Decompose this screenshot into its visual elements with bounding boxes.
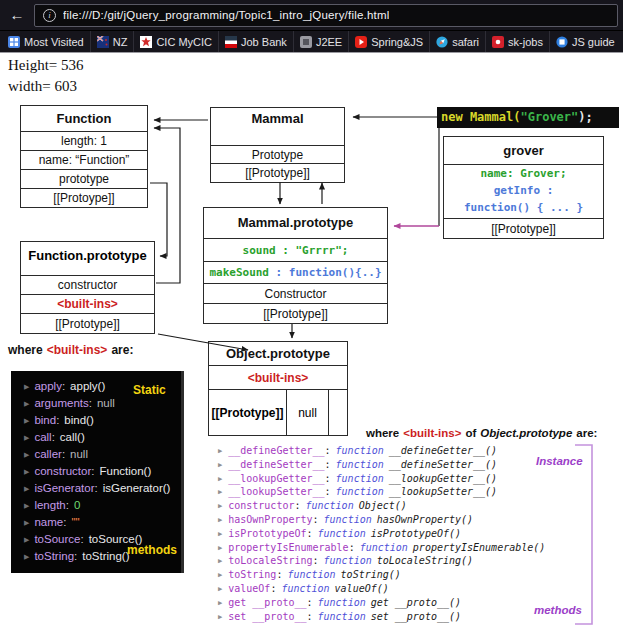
mammal-prototype-title: Mammal.prototype bbox=[204, 208, 387, 238]
url-text: file:///D:/git/jQuery_programming/Topic1… bbox=[63, 9, 389, 21]
expand-arrow-icon[interactable]: ▶ bbox=[24, 451, 29, 458]
static-item: ▶length:0 bbox=[24, 497, 181, 514]
bookmark-label: Job Bank bbox=[241, 36, 287, 48]
js-guide-icon bbox=[556, 36, 568, 48]
function-prototype-title-text: Function.prototype bbox=[20, 248, 155, 263]
width-label: width= 603 bbox=[8, 78, 77, 95]
bookmark-label: NZ bbox=[113, 36, 128, 48]
oproto-bottom-row: [[Prototype]] null bbox=[209, 389, 347, 435]
expand-arrow-icon[interactable]: ▶ bbox=[218, 571, 222, 579]
builtins-tag: <built-ins> bbox=[47, 343, 108, 357]
expand-arrow-icon[interactable]: ▶ bbox=[24, 553, 29, 560]
expand-arrow-icon[interactable]: ▶ bbox=[218, 613, 222, 621]
function-prototype-row: prototype bbox=[21, 169, 147, 188]
compass-icon bbox=[436, 36, 448, 48]
static-label: Static bbox=[133, 383, 166, 397]
mammal-prototype-box: Mammal.prototype sound : "Grrrr"; makeSo… bbox=[203, 207, 388, 324]
back-button[interactable]: ← bbox=[5, 3, 29, 27]
instance-methods-label: methods bbox=[534, 604, 582, 616]
where-word: where bbox=[8, 343, 43, 357]
static-item: ▶caller:null bbox=[24, 446, 181, 463]
bookmark-label: Spring&JS bbox=[371, 36, 423, 48]
site-info-icon[interactable]: i bbox=[43, 9, 56, 22]
fproto-builtins-row: <built-ins> bbox=[21, 294, 154, 313]
oproto-null-cell: null bbox=[287, 390, 329, 435]
code-end: ); bbox=[578, 110, 592, 124]
expand-arrow-icon[interactable]: ▶ bbox=[218, 516, 222, 524]
bookmark-label: Most Visited bbox=[24, 36, 84, 48]
where-builtins-line: where<built-ins>are: bbox=[8, 343, 133, 357]
bookmark-spring-js[interactable]: Spring&JS bbox=[349, 31, 430, 52]
static-item: ▶isGenerator:isGenerator() bbox=[24, 480, 181, 497]
expand-arrow-icon[interactable]: ▶ bbox=[24, 536, 29, 543]
j2ee-icon bbox=[300, 36, 312, 48]
instance-group-bracket bbox=[575, 445, 592, 624]
expand-arrow-icon[interactable]: ▶ bbox=[24, 434, 29, 441]
instance-item: ▶valueOf:functionvalueOf() bbox=[218, 582, 545, 596]
static-item: ▶bind:bind() bbox=[24, 412, 181, 429]
bookmark-job-bank[interactable]: Job Bank bbox=[219, 31, 294, 52]
instance-item: ▶isPrototypeOf:functionisPrototypeOf() bbox=[218, 527, 545, 541]
bookmark-label: JS guide bbox=[572, 36, 615, 48]
job-bank-icon bbox=[225, 36, 237, 48]
bookmark-safari[interactable]: safari bbox=[430, 31, 486, 52]
expand-arrow-icon[interactable]: ▶ bbox=[24, 400, 29, 407]
expand-arrow-icon[interactable]: ▶ bbox=[24, 468, 29, 475]
constructor-row: Constructor bbox=[204, 283, 387, 303]
browser-window: ← i file:///D:/git/jQuery_programming/To… bbox=[0, 0, 623, 635]
expand-arrow-icon[interactable]: ▶ bbox=[24, 383, 29, 390]
sk-jobs-icon bbox=[492, 36, 504, 48]
expand-arrow-icon[interactable]: ▶ bbox=[218, 585, 222, 593]
instance-methods-list: ▶__defineGetter__:function__defineGetter… bbox=[218, 444, 545, 623]
expand-arrow-icon[interactable]: ▶ bbox=[218, 599, 222, 607]
mammal-box-title: Mammal bbox=[211, 108, 344, 145]
height-label: Height= 536 bbox=[8, 57, 84, 74]
static-item: ▶call:call() bbox=[24, 429, 181, 446]
expand-arrow-icon[interactable]: ▶ bbox=[218, 544, 222, 552]
grover-getinfo-row: getInfo : function() { ... } bbox=[444, 182, 603, 218]
function-name-row: name: “Function” bbox=[21, 150, 147, 169]
instance-label: Instance bbox=[536, 455, 583, 467]
expand-arrow-icon[interactable]: ▶ bbox=[218, 502, 222, 510]
url-bar[interactable]: i file:///D:/git/jQuery_programming/Topi… bbox=[34, 4, 618, 27]
expand-arrow-icon[interactable]: ▶ bbox=[218, 530, 222, 538]
static-item: ▶constructor:Function() bbox=[24, 463, 181, 480]
bookmark-j2ee[interactable]: J2EE bbox=[294, 31, 349, 52]
bookmark-most-visited[interactable]: Most Visited bbox=[2, 31, 91, 52]
oproto-builtins-row: <built-ins> bbox=[209, 365, 347, 389]
expand-arrow-icon[interactable]: ▶ bbox=[218, 447, 222, 455]
instance-item: ▶constructor:functionObject() bbox=[218, 499, 545, 513]
bookmark-label: J2EE bbox=[316, 36, 342, 48]
bookmark-sk-jobs[interactable]: sk-jobs bbox=[486, 31, 550, 52]
expand-arrow-icon[interactable]: ▶ bbox=[218, 488, 222, 496]
instance-item: ▶__lookupGetter__:function__lookupGetter… bbox=[218, 472, 545, 486]
arrow-constructor-to-function bbox=[154, 128, 180, 283]
expand-arrow-icon[interactable]: ▶ bbox=[24, 485, 29, 492]
oproto-internal-proto-cell: [[Prototype]] bbox=[209, 390, 287, 435]
browser-toolbar: ← i file:///D:/git/jQuery_programming/To… bbox=[0, 0, 623, 30]
nz-flag-icon bbox=[97, 36, 109, 48]
expand-arrow-icon[interactable]: ▶ bbox=[218, 557, 222, 565]
expand-arrow-icon[interactable]: ▶ bbox=[218, 461, 222, 469]
bookmark-js-guide[interactable]: JS guide bbox=[550, 31, 621, 52]
expand-arrow-icon[interactable]: ▶ bbox=[24, 502, 29, 509]
instance-item: ▶__lookupSetter__:function__lookupSetter… bbox=[218, 485, 545, 499]
instance-item: ▶get __proto__:functionget __proto__() bbox=[218, 596, 545, 610]
instance-item: ▶__defineGetter__:function__defineGetter… bbox=[218, 444, 545, 458]
bookmark-cic-mycic[interactable]: CIC MyCIC bbox=[134, 31, 219, 52]
grover-internal-proto-row: [[Prototype]] bbox=[444, 218, 603, 238]
bookmark-nz[interactable]: NZ bbox=[91, 31, 135, 52]
expand-arrow-icon[interactable]: ▶ bbox=[24, 417, 29, 424]
instance-item: ▶hasOwnProperty:functionhasOwnProperty() bbox=[218, 513, 545, 527]
are-word: are: bbox=[111, 343, 133, 357]
static-item: ▶name:"" bbox=[24, 514, 181, 531]
sound-row: sound : "Grrrr"; bbox=[204, 238, 387, 261]
instance-item: ▶toString:functiontoString() bbox=[218, 568, 545, 582]
object-prototype-title: Object.prototype bbox=[209, 342, 347, 365]
mammal-internal-proto-row: [[Prototype]] bbox=[211, 163, 344, 182]
expand-arrow-icon[interactable]: ▶ bbox=[218, 475, 222, 483]
static-item: ▶arguments:null bbox=[24, 395, 181, 412]
makesound-name: makeSound bbox=[209, 266, 269, 279]
grover-box-title: grover bbox=[444, 137, 603, 164]
expand-arrow-icon[interactable]: ▶ bbox=[24, 519, 29, 526]
